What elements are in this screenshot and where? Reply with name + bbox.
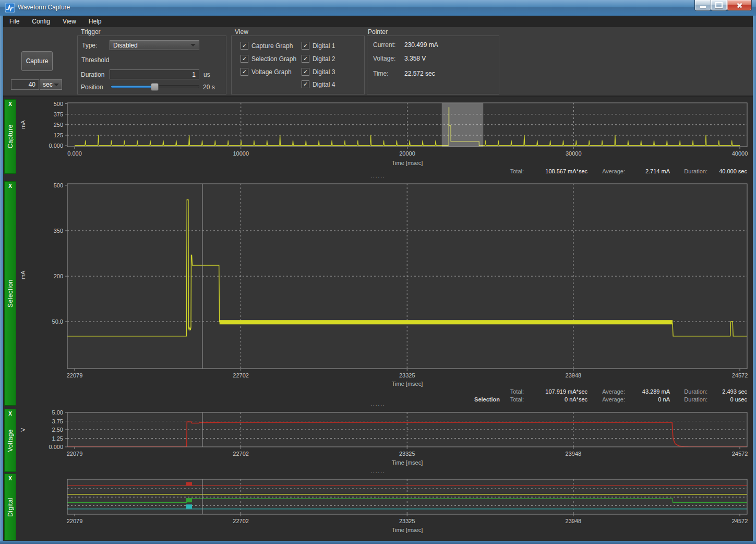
svg-text:30000: 30000 — [566, 150, 582, 157]
svg-text:22702: 22702 — [233, 372, 249, 379]
close-icon[interactable]: X — [5, 101, 16, 107]
trigger-type-select[interactable]: Disabled — [110, 40, 199, 50]
check-icon: ✓ — [302, 55, 309, 63]
check-icon: ✓ — [302, 80, 309, 88]
checkbox-digital-1[interactable]: ✓Digital 1 — [302, 42, 335, 50]
view-group-label: View — [235, 28, 248, 36]
svg-text:24572: 24572 — [732, 372, 748, 379]
window-title: Waveform Capture — [18, 4, 70, 11]
selection-stats: Total:107.919 mA*sec Average:43.289 mA D… — [459, 387, 747, 403]
svg-text:22079: 22079 — [67, 372, 83, 379]
checkbox-selection-graph[interactable]: ✓Selection Graph — [241, 55, 296, 63]
menu-bar: File Config View Help — [3, 16, 753, 27]
selection-tab-label: Selection — [7, 279, 14, 308]
title-bar[interactable]: Waveform Capture — [0, 0, 756, 16]
svg-text:350: 350 — [54, 228, 63, 234]
trigger-threshold-label: Threshold — [81, 56, 109, 64]
voltage-graph-plot[interactable]: 22079227022332523948245725.003.752.501.2… — [18, 409, 751, 459]
svg-text:40000: 40000 — [732, 150, 748, 157]
digital-tab-label: Digital — [7, 498, 14, 517]
menu-file[interactable]: File — [3, 16, 26, 27]
svg-text:23325: 23325 — [399, 372, 415, 379]
pointer-time-value: 22.572 sec — [404, 70, 435, 77]
svg-text:1.25: 1.25 — [52, 435, 63, 442]
menu-help[interactable]: Help — [82, 16, 108, 27]
capture-graph-tab[interactable]: X Capture — [4, 99, 16, 174]
svg-text:22079: 22079 — [67, 451, 83, 457]
pointer-group-label: Pointer — [368, 28, 388, 36]
splitter-handle[interactable]: ...... — [0, 469, 756, 474]
voltage-xaxis-title: Time [msec] — [67, 459, 747, 466]
svg-text:250: 250 — [54, 122, 63, 128]
window-border-right — [753, 16, 756, 541]
svg-text:20000: 20000 — [399, 150, 415, 157]
check-icon: ✓ — [241, 55, 248, 63]
chevron-down-icon — [190, 44, 196, 46]
svg-text:500: 500 — [54, 101, 63, 107]
svg-text:24572: 24572 — [732, 518, 748, 524]
svg-text:0.000: 0.000 — [49, 143, 63, 149]
svg-text:22079: 22079 — [67, 518, 83, 524]
svg-text:200: 200 — [54, 273, 63, 279]
checkbox-digital-3[interactable]: ✓Digital 3 — [302, 68, 335, 76]
selection-graph-plot[interactable]: 220792270223325239482457250035020050.0 — [18, 181, 751, 380]
digital-graph-plot[interactable]: 2207922702233252394824572 — [18, 476, 751, 526]
svg-text:5.00: 5.00 — [52, 409, 63, 416]
trigger-position-slider[interactable] — [111, 85, 199, 88]
minimize-button[interactable] — [694, 0, 711, 11]
checkbox-digital-4[interactable]: ✓Digital 4 — [302, 80, 335, 88]
capture-graph-plot[interactable]: 0.000100002000030000400005003752501250.0… — [18, 100, 751, 169]
selection-xaxis-title: Time [msec] — [67, 381, 747, 387]
svg-text:125: 125 — [54, 132, 63, 138]
pointer-current-label: Current: — [373, 41, 395, 49]
svg-text:375: 375 — [54, 111, 63, 117]
slider-handle[interactable] — [151, 83, 159, 91]
close-icon[interactable]: X — [5, 476, 16, 481]
svg-text:10000: 10000 — [233, 150, 249, 157]
trigger-duration-unit: us — [203, 71, 210, 78]
check-icon: ✓ — [241, 42, 248, 50]
checkbox-voltage-graph[interactable]: ✓Voltage Graph — [241, 68, 292, 76]
capture-time-input[interactable] — [11, 79, 39, 90]
close-icon[interactable]: X — [5, 183, 16, 189]
trigger-group-label: Trigger — [81, 28, 101, 36]
selection-stats-prefix: Selection — [459, 396, 500, 403]
selection-graph-tab[interactable]: X Selection — [4, 181, 16, 406]
pointer-current-value: 230.499 mA — [404, 41, 438, 49]
svg-text:23948: 23948 — [566, 518, 582, 524]
checkbox-digital-2[interactable]: ✓Digital 2 — [302, 55, 335, 63]
trigger-position-label: Position — [81, 84, 103, 91]
pointer-voltage-value: 3.358 V — [404, 55, 426, 62]
svg-text:500: 500 — [54, 182, 63, 188]
voltage-graph-tab[interactable]: X Voltage — [4, 409, 16, 472]
trigger-type-label: Type: — [82, 42, 97, 49]
svg-text:22702: 22702 — [233, 451, 249, 457]
check-icon: ✓ — [241, 68, 248, 76]
svg-text:23948: 23948 — [566, 372, 582, 379]
splitter-handle[interactable]: ...... — [0, 174, 756, 178]
close-icon[interactable]: X — [5, 411, 16, 417]
slider-fill — [111, 86, 153, 88]
svg-text:23948: 23948 — [566, 451, 582, 457]
menu-view[interactable]: View — [56, 16, 82, 27]
svg-text:50.0: 50.0 — [52, 318, 63, 325]
checkbox-capture-graph[interactable]: ✓Capture Graph — [241, 42, 293, 50]
trigger-duration-input[interactable] — [110, 69, 199, 79]
maximize-button[interactable] — [711, 0, 727, 11]
close-icon — [736, 2, 742, 8]
close-button[interactable] — [727, 0, 752, 11]
minimize-icon — [700, 6, 706, 8]
check-icon: ✓ — [302, 42, 309, 50]
splitter-handle[interactable]: ...... — [0, 402, 756, 406]
svg-text:0.000: 0.000 — [49, 444, 63, 450]
menu-config[interactable]: Config — [26, 16, 56, 27]
capture-button[interactable]: Capture — [21, 51, 53, 71]
svg-text:3.75: 3.75 — [52, 418, 63, 424]
digital-graph-tab[interactable]: X Digital — [4, 474, 16, 540]
svg-text:24572: 24572 — [732, 451, 748, 457]
svg-text:22702: 22702 — [233, 518, 249, 524]
capture-time-unit-select[interactable]: sec — [40, 79, 62, 90]
svg-text:2.50: 2.50 — [52, 427, 63, 433]
maximize-icon — [715, 2, 723, 8]
capture-xaxis-title: Time [msec] — [67, 160, 747, 166]
